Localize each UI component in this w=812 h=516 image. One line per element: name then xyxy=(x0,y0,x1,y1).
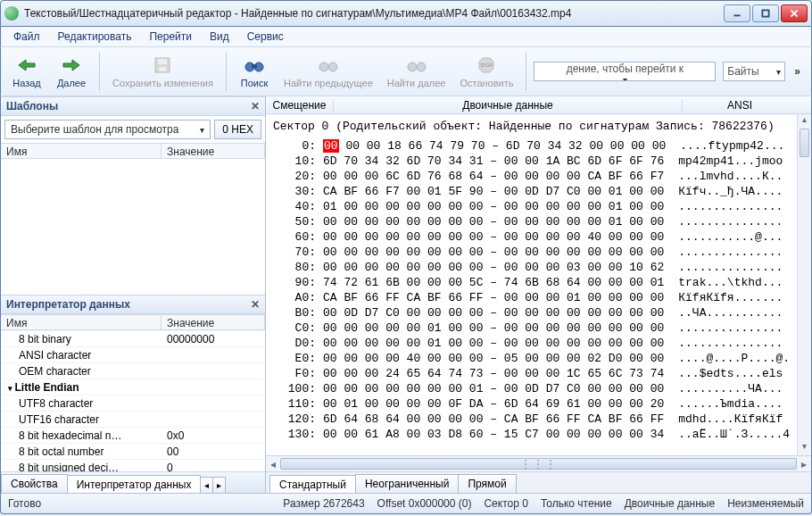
maximize-button[interactable] xyxy=(752,4,779,22)
scroll-up-icon[interactable]: ▴ xyxy=(802,114,807,129)
stop-button: STOP Остановить xyxy=(454,53,518,90)
interp-col-value[interactable]: Значение xyxy=(162,315,265,329)
hex-row[interactable]: 0:00 00 00 18 66 74 79 70 – 6D 70 34 32 … xyxy=(273,138,804,154)
interp-row[interactable]: OEM character xyxy=(1,362,265,379)
interp-row[interactable]: UTF8 character xyxy=(1,395,265,411)
menu-file[interactable]: Файл xyxy=(6,29,47,45)
hex-row[interactable]: 10:6D 70 34 32 6D 70 34 31 – 00 00 1A BC… xyxy=(273,154,804,169)
toolbar-overflow[interactable]: » xyxy=(789,65,806,78)
svg-point-12 xyxy=(319,62,328,71)
tab-standard[interactable]: Стандартный xyxy=(269,475,356,493)
hex-row[interactable]: E0:00 00 00 00 40 00 00 00 – 05 00 00 00… xyxy=(273,351,804,366)
goto-combo[interactable]: дение, чтобы перейти к▾ xyxy=(534,62,716,81)
hex-row[interactable]: 60:00 00 00 00 00 00 00 00 – 00 00 00 00… xyxy=(273,229,804,245)
svg-rect-1 xyxy=(762,10,768,16)
templates-title: Шаблоны xyxy=(6,100,58,112)
templates-col-value[interactable]: Значение xyxy=(162,144,265,158)
sector-info: Сектор 0 (Родительский объект: Найденные… xyxy=(266,114,811,138)
hex-col-bytes: Двоичные данные xyxy=(334,99,683,112)
binoculars-icon xyxy=(244,54,265,76)
templates-grid xyxy=(1,159,265,295)
hex-row[interactable]: A0:CA BF 66 FF CA BF 66 FF – 00 00 00 01… xyxy=(273,290,804,305)
interpreter-list: 8 bit binary00000000ANSI characterOEM ch… xyxy=(1,330,265,471)
find-next-label: Найти далее xyxy=(387,78,446,88)
tab-properties[interactable]: Свойства xyxy=(1,474,68,493)
close-button[interactable] xyxy=(781,4,808,22)
tab-interpreter[interactable]: Интерпретатор данных xyxy=(67,475,202,493)
find-button[interactable]: Поиск xyxy=(234,53,275,90)
hex-row[interactable]: 20:00 00 00 6C 6D 76 68 64 – 00 00 00 00… xyxy=(273,169,804,184)
scroll-down-icon[interactable]: ▾ xyxy=(802,441,807,455)
menu-goto[interactable]: Перейти xyxy=(142,29,199,45)
units-combo[interactable]: Байты▾ xyxy=(723,62,785,81)
hex-row[interactable]: 120:6D 64 68 64 00 00 00 00 – CA BF 66 F… xyxy=(273,412,804,427)
h-scrollbar[interactable]: ◂ ⋮⋮⋮ ▸ xyxy=(266,455,811,471)
forward-label: Далее xyxy=(57,78,86,88)
hex-row[interactable]: 30:CA BF 66 F7 00 01 5F 90 – 00 0D D7 C0… xyxy=(273,184,804,199)
tab-direct[interactable]: Прямой xyxy=(458,474,516,493)
status-readonly: Только чтение xyxy=(541,497,612,510)
hex-row[interactable]: 80:00 00 00 00 00 00 00 00 – 00 00 00 03… xyxy=(273,260,804,275)
save-label: Сохранить изменения xyxy=(112,78,213,88)
interp-row[interactable]: 8 bit octal number00 xyxy=(1,443,265,459)
app-icon xyxy=(4,6,19,21)
hex-row[interactable]: C0:00 00 00 00 00 01 00 00 – 00 00 00 00… xyxy=(273,320,804,336)
status-size: Размер 2672643 xyxy=(283,497,364,510)
binoculars-prev-icon xyxy=(318,54,339,76)
save-button: Сохранить изменения xyxy=(107,53,219,90)
interp-row[interactable]: 8 bit hexadecimal n…0x0 xyxy=(1,427,265,443)
back-button[interactable]: Назад xyxy=(6,53,47,90)
templates-close-icon[interactable]: ✕ xyxy=(251,100,260,112)
forward-button[interactable]: Далее xyxy=(51,53,92,90)
tab-overflow-left[interactable]: ◂ xyxy=(200,477,213,493)
hex-row[interactable]: 40:01 00 00 00 00 00 00 00 – 00 00 00 00… xyxy=(273,199,804,214)
svg-rect-8 xyxy=(159,67,166,71)
menu-tools[interactable]: Сервис xyxy=(240,29,291,45)
v-scrollbar[interactable]: ▴ ▾ xyxy=(797,114,811,455)
hex-row[interactable]: 70:00 00 00 00 00 00 00 00 – 00 00 00 00… xyxy=(273,245,804,260)
svg-point-13 xyxy=(328,62,337,71)
back-label: Назад xyxy=(12,78,41,88)
interpreter-close-icon[interactable]: ✕ xyxy=(251,298,260,311)
interp-col-name[interactable]: Имя xyxy=(1,315,162,329)
interp-row[interactable]: Little Endian xyxy=(1,379,265,395)
scroll-left-icon[interactable]: ◂ xyxy=(266,458,280,470)
hex-row[interactable]: F0:00 00 00 24 65 64 74 73 – 00 00 00 1C… xyxy=(273,366,804,381)
interp-row[interactable]: 8 bit binary00000000 xyxy=(1,330,265,346)
interp-row[interactable]: ANSI character xyxy=(1,346,265,362)
minimize-button[interactable] xyxy=(724,4,750,22)
status-sector: Сектор 0 xyxy=(484,497,527,510)
svg-rect-11 xyxy=(252,64,257,68)
hex-row[interactable]: B0:00 0D D7 C0 00 00 00 00 – 00 00 00 00… xyxy=(273,305,804,320)
hex-mode-button[interactable]: 0 HEX xyxy=(214,120,261,139)
menu-edit[interactable]: Редактировать xyxy=(51,29,139,45)
svg-marker-4 xyxy=(19,60,35,71)
hex-row[interactable]: 90:74 72 61 6B 00 00 00 5C – 74 6B 68 64… xyxy=(273,275,804,290)
stop-icon: STOP xyxy=(476,54,497,76)
hex-header: Смещение Двоичные данные ANSI xyxy=(266,96,811,114)
tab-unlimited[interactable]: Неограниченный xyxy=(355,474,460,493)
template-selector[interactable]: Выберите шаблон для просмотра▾ xyxy=(4,120,211,139)
hex-col-ansi: ANSI xyxy=(683,99,797,112)
hex-row[interactable]: D0:00 00 00 00 00 01 00 00 – 00 00 00 00… xyxy=(273,336,804,351)
hex-row[interactable]: 110:00 01 00 00 00 00 0F DA – 6D 64 69 6… xyxy=(273,396,804,412)
tab-overflow-right[interactable]: ▸ xyxy=(212,477,226,493)
hex-row[interactable]: 100:00 00 00 00 00 00 00 01 – 00 0D D7 C… xyxy=(273,381,804,396)
template-selector-label: Выберите шаблон для просмотра xyxy=(11,123,178,136)
window-title: Текстовый/Шестнадцатеричный редактор - Н… xyxy=(24,7,724,20)
find-prev-label: Найти предыдущее xyxy=(284,78,373,88)
hex-row[interactable]: 130:00 00 61 A8 00 03 D8 60 – 15 C7 00 0… xyxy=(273,427,804,442)
interp-row[interactable]: UTF16 character xyxy=(1,411,265,427)
hex-row[interactable]: 50:00 00 00 00 00 00 00 00 – 00 00 00 00… xyxy=(273,214,804,229)
hex-view[interactable]: 0:00 00 00 18 66 74 79 70 – 6D 70 34 32 … xyxy=(266,138,811,455)
toolbar: Назад Далее Сохранить изменения Поиск На… xyxy=(0,46,812,96)
menu-view[interactable]: Вид xyxy=(203,29,236,45)
status-ready: Готово xyxy=(8,497,41,510)
find-prev-button: Найти предыдущее xyxy=(278,53,378,90)
goto-placeholder: дение, чтобы перейти к xyxy=(567,62,684,75)
status-offset: Offset 0x000000 (0) xyxy=(377,497,472,510)
templates-col-name[interactable]: Имя xyxy=(1,144,162,158)
hex-col-offset: Смещение xyxy=(266,99,334,112)
interp-row[interactable]: 8 bit unsigned deci…0 xyxy=(1,459,265,471)
scroll-right-icon[interactable]: ▸ xyxy=(797,458,811,470)
